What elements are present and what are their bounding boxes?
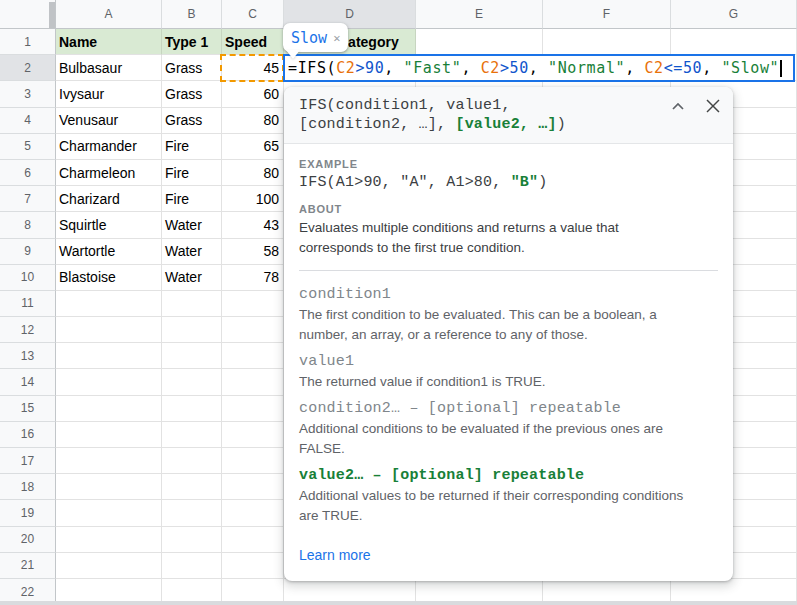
bottom-scroll-strip[interactable] — [0, 601, 797, 605]
cell-B5[interactable]: Fire — [162, 134, 222, 160]
cell-C18[interactable] — [222, 474, 284, 500]
cell-C15[interactable] — [222, 396, 284, 422]
row-header-21[interactable]: 21 — [0, 553, 56, 579]
cell-B8[interactable]: Water — [162, 212, 222, 238]
learn-more-link[interactable]: Learn more — [299, 547, 371, 563]
row-header-15[interactable]: 15 — [0, 396, 56, 422]
cell-A13[interactable] — [56, 343, 162, 369]
row-header-7[interactable]: 7 — [0, 186, 56, 212]
row-header-17[interactable]: 17 — [0, 448, 56, 474]
row-header-1[interactable]: 1 — [0, 29, 56, 55]
cell-C8[interactable]: 43 — [222, 212, 284, 238]
row-header-11[interactable]: 11 — [0, 291, 56, 317]
cell-C6[interactable]: 80 — [222, 160, 284, 186]
cell-C4[interactable]: 80 — [222, 108, 284, 134]
cell-B6[interactable]: Fire — [162, 160, 222, 186]
chip-close-icon[interactable]: ✕ — [333, 32, 340, 44]
column-header-F[interactable]: F — [543, 0, 671, 29]
cell-B4[interactable]: Grass — [162, 108, 222, 134]
column-header-A[interactable]: A — [56, 0, 162, 29]
row-header-6[interactable]: 6 — [0, 160, 56, 186]
cell-F1[interactable] — [543, 29, 671, 55]
cell-A6[interactable]: Charmeleon — [56, 160, 162, 186]
cell-B21[interactable] — [162, 553, 222, 579]
cell-C7[interactable]: 100 — [222, 186, 284, 212]
cell-B20[interactable] — [162, 527, 222, 553]
cell-B18[interactable] — [162, 474, 222, 500]
row-header-3[interactable]: 3 — [0, 81, 56, 107]
cell-A1[interactable]: Name — [56, 29, 162, 55]
cell-B1[interactable]: Type 1 — [162, 29, 222, 55]
cell-A8[interactable]: Squirtle — [56, 212, 162, 238]
row-header-4[interactable]: 4 — [0, 108, 56, 134]
row-header-2[interactable]: 2 — [0, 55, 56, 81]
row-header-12[interactable]: 12 — [0, 317, 56, 343]
chevron-up-icon[interactable] — [671, 102, 685, 111]
cell-A21[interactable] — [56, 553, 162, 579]
cell-A10[interactable]: Blastoise — [56, 265, 162, 291]
column-header-B[interactable]: B — [162, 0, 222, 29]
cell-B14[interactable] — [162, 369, 222, 395]
cell-formula-editor[interactable]: =IFS(C2>90, "Fast", C2>50, "Normal", C2<… — [283, 54, 795, 82]
cell-B12[interactable] — [162, 317, 222, 343]
cell-C19[interactable] — [222, 500, 284, 526]
cell-G1[interactable] — [671, 29, 797, 55]
cell-A3[interactable]: Ivysaur — [56, 81, 162, 107]
cell-B19[interactable] — [162, 500, 222, 526]
cell-A4[interactable]: Venusaur — [56, 108, 162, 134]
cell-B9[interactable]: Water — [162, 239, 222, 265]
cell-A14[interactable] — [56, 369, 162, 395]
cell-B16[interactable] — [162, 422, 222, 448]
cell-A16[interactable] — [56, 422, 162, 448]
cell-A9[interactable]: Wartortle — [56, 239, 162, 265]
cell-B15[interactable] — [162, 396, 222, 422]
cell-A11[interactable] — [56, 291, 162, 317]
cell-C1[interactable]: Speed — [222, 29, 284, 55]
cell-C17[interactable] — [222, 448, 284, 474]
cell-C11[interactable] — [222, 291, 284, 317]
row-header-18[interactable]: 18 — [0, 474, 56, 500]
column-header-C[interactable]: C — [222, 0, 284, 29]
cell-A15[interactable] — [56, 396, 162, 422]
cell-B3[interactable]: Grass — [162, 81, 222, 107]
cell-B17[interactable] — [162, 448, 222, 474]
cell-A18[interactable] — [56, 474, 162, 500]
cell-B7[interactable]: Fire — [162, 186, 222, 212]
cell-C13[interactable] — [222, 343, 284, 369]
cell-A12[interactable] — [56, 317, 162, 343]
cell-B13[interactable] — [162, 343, 222, 369]
cell-B10[interactable]: Water — [162, 265, 222, 291]
column-header-E[interactable]: E — [416, 0, 543, 29]
cell-A5[interactable]: Charmander — [56, 134, 162, 160]
select-all-corner[interactable] — [0, 0, 56, 29]
row-header-8[interactable]: 8 — [0, 212, 56, 238]
row-header-10[interactable]: 10 — [0, 265, 56, 291]
cell-E1[interactable] — [416, 29, 543, 55]
row-header-13[interactable]: 13 — [0, 343, 56, 369]
cell-C9[interactable]: 58 — [222, 239, 284, 265]
cell-C20[interactable] — [222, 527, 284, 553]
row-header-20[interactable]: 20 — [0, 527, 56, 553]
cell-C12[interactable] — [222, 317, 284, 343]
cell-C14[interactable] — [222, 369, 284, 395]
row-header-14[interactable]: 14 — [0, 369, 56, 395]
cell-C3[interactable]: 60 — [222, 81, 284, 107]
cell-B2[interactable]: Grass — [162, 55, 222, 81]
cell-C16[interactable] — [222, 422, 284, 448]
column-header-G[interactable]: G — [671, 0, 797, 29]
close-icon[interactable] — [705, 98, 721, 114]
cell-B11[interactable] — [162, 291, 222, 317]
cell-A17[interactable] — [56, 448, 162, 474]
row-header-9[interactable]: 9 — [0, 239, 56, 265]
row-header-16[interactable]: 16 — [0, 422, 56, 448]
row-header-19[interactable]: 19 — [0, 500, 56, 526]
cell-A19[interactable] — [56, 500, 162, 526]
cell-A20[interactable] — [56, 527, 162, 553]
cell-C2[interactable]: 45 — [222, 55, 284, 81]
cell-C5[interactable]: 65 — [222, 134, 284, 160]
row-header-5[interactable]: 5 — [0, 134, 56, 160]
cell-A2[interactable]: Bulbasaur — [56, 55, 162, 81]
cell-C10[interactable]: 78 — [222, 265, 284, 291]
cell-C21[interactable] — [222, 553, 284, 579]
cell-A7[interactable]: Charizard — [56, 186, 162, 212]
